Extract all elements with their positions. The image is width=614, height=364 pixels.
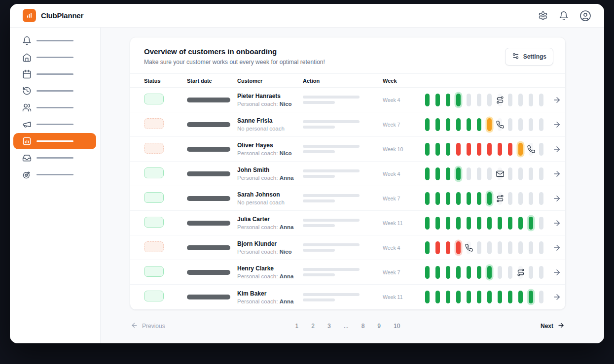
row-detail-arrow-icon[interactable] <box>548 243 565 252</box>
route-icon[interactable] <box>516 268 525 276</box>
week-pill-inactive <box>518 241 523 254</box>
sidebar-item-7[interactable] <box>13 150 96 166</box>
week-progress <box>425 217 548 230</box>
route-icon[interactable] <box>496 96 504 104</box>
row-detail-arrow-icon[interactable] <box>548 169 565 178</box>
customer-coach: Personal coach: Nico <box>237 249 303 255</box>
customer-name: Bjorn Klunder <box>237 240 303 247</box>
sidebar-item-8[interactable] <box>13 166 96 183</box>
table-row: John SmithPersonal coach: AnnaWeek 4 <box>130 162 565 186</box>
week-pill-green <box>456 192 461 205</box>
phone-icon[interactable] <box>527 145 535 153</box>
status-badge-green <box>144 266 164 277</box>
row-detail-arrow-icon[interactable] <box>548 219 565 228</box>
start-date-placeholder <box>187 171 230 176</box>
previous-button[interactable]: Previous <box>131 322 165 331</box>
table-row: Julia CarterPersonal coach: AnnaWeek 11 <box>130 211 565 235</box>
status-badge-green <box>144 192 164 203</box>
settings-button[interactable]: Settings <box>505 48 553 66</box>
sidebar-item-1[interactable] <box>13 49 96 66</box>
sidebar-item-3[interactable] <box>13 83 96 99</box>
week-pill-red <box>508 143 512 156</box>
body: Overview of customers in onboarding Make… <box>10 28 604 343</box>
app-window: ClubPlanner Overview of customers in onb… <box>10 4 604 343</box>
week-pill-green <box>467 291 471 303</box>
week-pill-inactive <box>487 167 492 180</box>
week-pill-inactive <box>498 241 502 254</box>
week-pill-orange-current <box>487 118 492 131</box>
status-badge-red <box>144 118 164 129</box>
bell-icon[interactable] <box>559 11 569 21</box>
action-placeholder <box>303 199 335 202</box>
week-progress <box>425 192 548 205</box>
week-pill-inactive <box>508 192 512 205</box>
page-number[interactable]: 3 <box>327 323 331 330</box>
week-action-slot <box>498 118 502 131</box>
row-detail-arrow-icon[interactable] <box>548 145 565 154</box>
sidebar-item-placeholder <box>36 157 73 159</box>
sidebar-item-6-active[interactable] <box>13 133 96 149</box>
week-pill-green <box>446 94 450 106</box>
phone-icon[interactable] <box>465 243 473 252</box>
week-pill-green <box>487 217 492 230</box>
row-detail-arrow-icon[interactable] <box>548 268 565 277</box>
week-pill-inactive <box>477 241 481 254</box>
sidebar-item-placeholder <box>36 40 73 41</box>
sidebar-item-placeholder <box>36 73 73 75</box>
page-number[interactable]: 2 <box>311 323 315 330</box>
page-numbers: 123...8910 <box>295 323 400 330</box>
week-action-slot <box>529 143 533 156</box>
week-pill-green-current <box>529 291 533 303</box>
week-label: Week 7 <box>383 196 425 201</box>
week-pill-inactive <box>529 266 533 279</box>
week-pill-green-current <box>487 266 492 279</box>
action-cell <box>303 243 383 252</box>
avatar-icon[interactable] <box>579 10 591 22</box>
next-label: Next <box>541 323 553 330</box>
brand[interactable]: ClubPlanner <box>23 9 83 22</box>
action-cell <box>303 293 383 301</box>
table-row: Sarah JohnsonNo personal coachWeek 7 <box>130 186 565 211</box>
row-detail-arrow-icon[interactable] <box>548 96 565 104</box>
week-pill-green <box>425 192 430 205</box>
week-pill-green <box>435 291 440 303</box>
week-pill-red <box>487 143 492 156</box>
customer-cell: John SmithPersonal coach: Anna <box>237 166 303 181</box>
row-detail-arrow-icon[interactable] <box>548 194 565 203</box>
route-icon[interactable] <box>496 194 504 202</box>
target-icon <box>22 170 32 179</box>
customer-coach: Personal coach: Nico <box>237 150 303 156</box>
page-ellipsis: ... <box>344 323 349 330</box>
week-pill-green <box>508 291 512 303</box>
next-button[interactable]: Next <box>541 322 565 331</box>
page-number[interactable]: 8 <box>361 323 365 330</box>
megaphone-icon <box>22 120 32 129</box>
gear-icon[interactable] <box>538 11 548 21</box>
page-number[interactable]: 1 <box>295 323 299 330</box>
week-pill-green <box>477 192 481 205</box>
week-pill-red-current <box>456 241 461 254</box>
start-date-placeholder <box>187 221 230 226</box>
mail-icon[interactable] <box>496 169 504 178</box>
week-pill-inactive <box>487 94 492 106</box>
customer-name: Kim Baker <box>237 290 303 297</box>
page-number[interactable]: 10 <box>394 323 400 330</box>
sidebar-item-5[interactable] <box>13 116 96 132</box>
page-title: Overview of customers in onboarding <box>144 47 325 56</box>
phone-icon[interactable] <box>496 120 504 129</box>
row-detail-arrow-icon[interactable] <box>548 120 565 129</box>
row-detail-arrow-icon[interactable] <box>548 293 565 301</box>
week-pill-green <box>518 217 523 230</box>
sidebar-item-4[interactable] <box>13 99 96 116</box>
week-pill-green <box>425 118 430 131</box>
previous-label: Previous <box>142 323 165 330</box>
customer-name: Sanne Frisia <box>237 117 303 124</box>
week-pill-inactive <box>529 167 533 180</box>
week-pill-inactive <box>508 167 512 180</box>
page-number[interactable]: 9 <box>377 323 381 330</box>
sidebar-item-0[interactable] <box>13 33 96 49</box>
top-bar: ClubPlanner <box>10 4 604 28</box>
week-label: Week 4 <box>383 97 425 103</box>
action-placeholder <box>303 169 360 172</box>
sidebar-item-2[interactable] <box>13 66 96 82</box>
